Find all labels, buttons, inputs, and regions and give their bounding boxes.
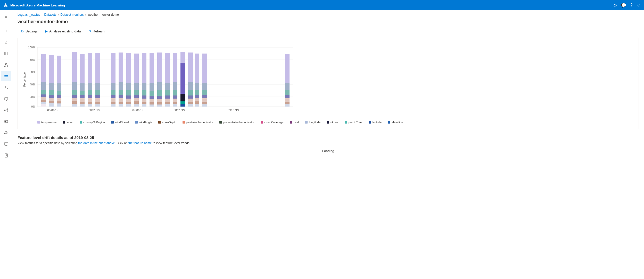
bar-wind-6[interactable]: [88, 83, 92, 90]
bar-lon-12[interactable]: [165, 104, 170, 107]
bar-lon-1[interactable]: [41, 102, 46, 104]
bar-snow-2[interactable]: [49, 98, 54, 101]
bar-wban-13[interactable]: [180, 94, 185, 101]
bar-country-6[interactable]: [88, 90, 92, 95]
bar-other-14[interactable]: [202, 95, 207, 98]
bar-other-9[interactable]: [126, 95, 131, 99]
sidebar-item-home[interactable]: ⌂: [1, 37, 11, 47]
bar-wind-20[interactable]: [195, 83, 199, 90]
refresh-button[interactable]: ↻ Refresh: [85, 28, 108, 35]
bar-snow-19[interactable]: [188, 99, 193, 102]
bar-wind-10[interactable]: [150, 83, 154, 91]
bar-other-17[interactable]: [142, 95, 146, 99]
bar-snow-7[interactable]: [111, 98, 115, 102]
help-icon[interactable]: ?: [630, 3, 633, 7]
bar-misc-21[interactable]: [285, 102, 290, 104]
sidebar-item-models[interactable]: [1, 60, 11, 70]
bar-snow-14[interactable]: [202, 98, 207, 102]
bar-lon-6[interactable]: [88, 104, 92, 107]
bar-other-15[interactable]: [95, 95, 100, 98]
bar-misc-5[interactable]: [80, 102, 85, 104]
bar-snow-5[interactable]: [80, 98, 85, 102]
bar-lon-3[interactable]: [57, 103, 61, 107]
bar-misc-8[interactable]: [119, 102, 123, 104]
bar-other-10[interactable]: [150, 96, 154, 99]
bar-wind-17[interactable]: [142, 83, 146, 90]
bar-wind-14[interactable]: [202, 83, 207, 90]
sidebar-item-plus[interactable]: ＋: [1, 26, 11, 36]
bar-lon-14[interactable]: [202, 104, 207, 107]
bar-misc-2[interactable]: [49, 101, 54, 103]
bar-lon-8[interactable]: [119, 104, 123, 107]
bar-country-3[interactable]: [57, 91, 61, 95]
chart-svg-wrapper[interactable]: 100% 80% 60% 40% 20% 0% Percentage: [22, 42, 634, 118]
bar-snow-1[interactable]: [41, 97, 46, 100]
settings-icon[interactable]: ⚙: [613, 3, 617, 8]
bar-other-5[interactable]: [80, 95, 85, 98]
bar-snow-9[interactable]: [126, 99, 131, 102]
bar-misc-19[interactable]: [188, 102, 193, 104]
analyze-button[interactable]: ▶ Analyze existing data: [42, 28, 84, 35]
bar-wind-19[interactable]: [188, 82, 193, 90]
bar-misc2-1[interactable]: [41, 104, 46, 107]
bar-wind-5[interactable]: [80, 83, 85, 91]
bar-misc-7[interactable]: [111, 102, 115, 104]
bar-snow-12[interactable]: [165, 99, 170, 102]
bar-other-12[interactable]: [165, 95, 170, 99]
bar-other-11[interactable]: [157, 96, 162, 99]
bar-country-7[interactable]: [111, 90, 115, 95]
bar-other-21[interactable]: [285, 95, 290, 98]
bar-wind-7[interactable]: [111, 83, 115, 90]
settings-button[interactable]: ⚙ Settings: [18, 28, 41, 35]
feedback-icon[interactable]: 💬: [621, 3, 626, 8]
bar-other-20[interactable]: [195, 95, 199, 98]
sidebar-item-pipelines[interactable]: [1, 105, 11, 115]
bar-other-7[interactable]: [111, 95, 115, 98]
bar-snow-4[interactable]: [72, 98, 77, 101]
bar-country-9[interactable]: [126, 90, 131, 95]
bar-wind-1[interactable]: [41, 82, 46, 90]
bar-country-20[interactable]: [195, 90, 199, 95]
bar-lon-5[interactable]: [80, 104, 85, 107]
bar-lon-4[interactable]: [72, 104, 77, 107]
bar-other-4[interactable]: [72, 95, 77, 98]
sidebar-item-monitor[interactable]: [1, 139, 11, 149]
bar-other-1[interactable]: [41, 94, 46, 97]
bar-snow-3[interactable]: [57, 98, 61, 101]
bar-misc-4[interactable]: [72, 101, 77, 104]
bar-lon-19[interactable]: [188, 104, 193, 107]
bar-snow-15[interactable]: [95, 98, 100, 102]
bar-wind-8[interactable]: [119, 82, 123, 90]
bar-wind-12[interactable]: [165, 83, 170, 90]
bar-snow-11[interactable]: [157, 99, 162, 102]
bar-country-1[interactable]: [41, 90, 46, 94]
bar-lon-16[interactable]: [134, 104, 139, 107]
bar-lon-15[interactable]: [95, 104, 100, 107]
bar-misc-14[interactable]: [202, 102, 207, 104]
bar-country-17[interactable]: [142, 90, 146, 95]
bar-lon-21[interactable]: [285, 104, 290, 107]
bar-lon-18[interactable]: [173, 104, 177, 107]
breadcrumb-item-monitors[interactable]: Dataset monitors: [60, 13, 84, 16]
drift-chart[interactable]: 100% 80% 60% 40% 20% 0% Percentage: [22, 42, 295, 117]
breadcrumb-item-datasets[interactable]: Datasets: [44, 13, 56, 16]
bar-lon-17[interactable]: [142, 104, 146, 107]
bar-misc-1[interactable]: [41, 100, 46, 102]
bar-country-12[interactable]: [165, 90, 170, 95]
bar-other-3[interactable]: [57, 95, 61, 98]
bar-country-15[interactable]: [95, 90, 100, 95]
bar-country-11[interactable]: [157, 90, 162, 96]
bar-other-19[interactable]: [188, 95, 193, 99]
bar-wind-21[interactable]: [285, 83, 290, 90]
bar-lon-2[interactable]: [49, 103, 54, 107]
bar-snow-21[interactable]: [285, 98, 290, 102]
bar-snow-16[interactable]: [134, 98, 139, 101]
bar-wind-18[interactable]: [173, 82, 177, 90]
drift-subtitle-link2[interactable]: the feature name: [128, 141, 152, 145]
bar-country-14[interactable]: [202, 90, 207, 95]
bar-wind-15[interactable]: [95, 83, 100, 90]
bar-country-16[interactable]: [134, 90, 139, 95]
bar-snow-17[interactable]: [142, 99, 146, 102]
sidebar-item-favorites[interactable]: [1, 48, 11, 59]
bar-misc-20[interactable]: [195, 101, 199, 104]
